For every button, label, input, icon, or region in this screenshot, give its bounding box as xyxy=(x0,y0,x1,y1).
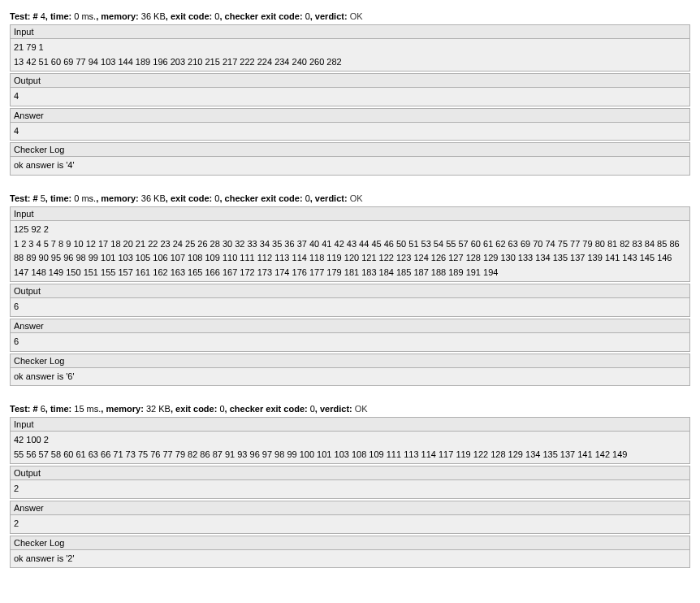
answer-content: 4 xyxy=(10,123,690,141)
test-prefix-label: Test: # xyxy=(10,404,38,414)
time-label: , time: xyxy=(45,404,74,414)
answer-label: Answer xyxy=(10,319,690,333)
output-label: Output xyxy=(10,284,690,298)
test-block: Test: # 5, time: 0 ms., memory: 36 KB, e… xyxy=(10,192,690,386)
test-block: Test: # 4, time: 0 ms., memory: 36 KB, e… xyxy=(10,10,690,176)
input-label: Input xyxy=(10,24,690,39)
output-content: 4 xyxy=(10,88,690,106)
checker-log-content: ok answer is '6' xyxy=(10,368,690,387)
verdict-label: , verdict: xyxy=(315,404,355,414)
input-content: 42 100 2 55 56 57 58 60 61 63 66 71 73 7… xyxy=(10,432,690,464)
input-label: Input xyxy=(10,417,690,432)
memory-value: 36 KB xyxy=(141,11,166,21)
answer-content: 6 xyxy=(10,333,690,352)
answer-label: Answer xyxy=(10,501,690,515)
checker-exit-code-label: , checker exit code: xyxy=(225,404,310,414)
verdict-value: OK xyxy=(350,11,363,21)
memory-value: 36 KB xyxy=(141,193,166,203)
memory-label: , memory: xyxy=(96,11,141,21)
input-content: 125 92 2 1 2 3 4 5 7 8 9 10 12 17 18 20 … xyxy=(10,221,690,282)
checker-log-content: ok answer is '2' xyxy=(10,550,690,569)
exit-code-label: , exit code: xyxy=(166,11,215,21)
exit-code-label: , exit code: xyxy=(166,193,215,203)
test-header: Test: # 6, time: 15 ms., memory: 32 KB, … xyxy=(10,402,690,415)
test-number: 5 xyxy=(38,193,45,203)
output-label: Output xyxy=(10,73,690,88)
time-value: 0 ms. xyxy=(74,193,96,203)
output-content: 2 xyxy=(10,480,690,499)
output-label: Output xyxy=(10,466,690,480)
time-label: , time: xyxy=(45,193,74,203)
checker-exit-code-label: , checker exit code: xyxy=(219,193,305,203)
answer-label: Answer xyxy=(10,108,690,123)
checker-exit-code-label: , checker exit code: xyxy=(219,11,305,21)
exit-code-label: , exit code: xyxy=(171,404,220,414)
memory-label: , memory: xyxy=(96,193,141,203)
test-prefix-label: Test: # xyxy=(10,11,38,21)
input-content: 21 79 1 13 42 51 60 69 77 94 103 144 189… xyxy=(10,39,690,72)
test-number: 6 xyxy=(38,404,45,414)
time-value: 0 ms. xyxy=(74,11,96,21)
verdict-value: OK xyxy=(350,193,363,203)
checker-log-label: Checker Log xyxy=(10,536,690,550)
output-content: 6 xyxy=(10,298,690,317)
test-header: Test: # 5, time: 0 ms., memory: 36 KB, e… xyxy=(10,192,690,205)
time-value: 15 ms. xyxy=(74,404,101,414)
test-header: Test: # 4, time: 0 ms., memory: 36 KB, e… xyxy=(10,10,690,23)
test-prefix-label: Test: # xyxy=(10,193,38,203)
test-block: Test: # 6, time: 15 ms., memory: 32 KB, … xyxy=(10,402,690,568)
input-label: Input xyxy=(10,206,690,221)
checker-log-label: Checker Log xyxy=(10,354,690,368)
checker-log-label: Checker Log xyxy=(10,142,690,157)
test-number: 4 xyxy=(38,11,45,21)
answer-content: 2 xyxy=(10,515,690,534)
verdict-value: OK xyxy=(355,404,368,414)
checker-log-content: ok answer is '4' xyxy=(10,157,690,176)
time-label: , time: xyxy=(45,11,74,21)
memory-label: , memory: xyxy=(101,404,146,414)
memory-value: 32 KB xyxy=(146,404,171,414)
verdict-label: , verdict: xyxy=(310,193,350,203)
verdict-label: , verdict: xyxy=(310,11,350,21)
